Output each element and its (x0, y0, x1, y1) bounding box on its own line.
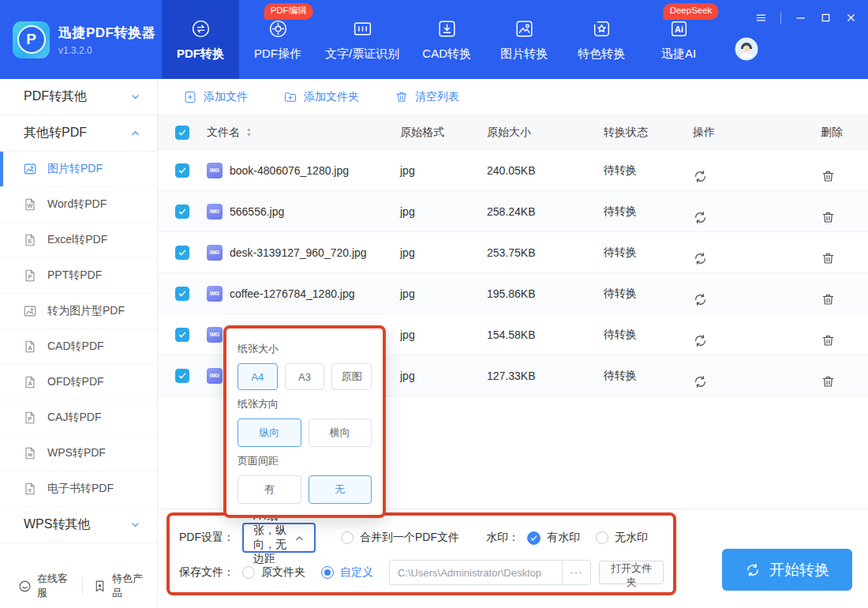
sidebar-item[interactable]: A OFD转PDF (0, 365, 157, 400)
sidebar-item[interactable]: 图片转PDF (0, 152, 157, 187)
main-content: 添加文件 添加文件夹 清空列表 文件名 原始格式 原始大小 转换状 (158, 79, 868, 608)
ocr-icon (352, 18, 373, 39)
output-path-box: C:\Users\Administrator\Desktop ··· (389, 560, 591, 585)
paper-orientation-option[interactable]: 纵向 (238, 418, 301, 447)
sidebar-section-wps-to-other[interactable]: WPS转其他 (0, 507, 157, 543)
check-icon (529, 534, 538, 542)
save-custom-option[interactable]: 自定义 (321, 565, 373, 580)
row-checkbox[interactable] (175, 369, 189, 383)
sidebar-item[interactable]: 转为图片型PDF (0, 294, 157, 329)
page-spacing-option[interactable]: 无 (309, 475, 372, 504)
trash-icon[interactable] (821, 210, 868, 225)
column-delete: 删除 (821, 126, 868, 140)
sidebar-item[interactable]: e 电子书转PDF (0, 471, 157, 507)
row-checkbox[interactable] (175, 246, 189, 260)
image-file-icon: IMG (207, 286, 223, 302)
refresh-icon[interactable] (693, 169, 821, 184)
nav-tab[interactable]: 特色转换 (563, 0, 640, 79)
refresh-icon[interactable] (693, 210, 821, 225)
doc-icon: E (23, 233, 37, 247)
page-spacing-option[interactable]: 有 (238, 475, 301, 504)
file-name: 566556.jpg (230, 205, 284, 218)
trash-icon[interactable] (821, 292, 868, 307)
toolbar-button[interactable]: 清空列表 (395, 90, 459, 104)
file-status: 待转换 (604, 328, 693, 342)
sidebar-item[interactable]: w WPS转PDF (0, 436, 157, 471)
row-checkbox[interactable] (175, 287, 189, 301)
save-original-option[interactable]: 原文件夹 (242, 565, 305, 580)
open-folder-button[interactable]: 打开文件夹 (599, 561, 664, 584)
maximize-icon[interactable] (820, 12, 832, 24)
sidebar-section-pdf-to-other[interactable]: PDF转其他 (0, 79, 157, 115)
paper-size-option[interactable]: 原图 (331, 363, 372, 390)
footer-link[interactable]: 在线客服 (8, 577, 82, 595)
sidebar-item[interactable]: E Excel转PDF (0, 223, 157, 258)
close-icon[interactable] (845, 12, 857, 24)
image-file-icon: IMG (207, 327, 223, 343)
row-checkbox[interactable] (175, 205, 189, 219)
column-format: 原始格式 (400, 126, 487, 140)
merge-radio[interactable] (341, 531, 354, 544)
sidebar-item[interactable]: P PPT转PDF (0, 258, 157, 294)
watermark-on-option[interactable]: 有水印 (527, 531, 580, 545)
browse-button[interactable]: ··· (562, 561, 590, 584)
paper-size-label: 纸张大小 (238, 342, 372, 356)
save-original-radio[interactable] (242, 566, 255, 579)
nav-tab[interactable]: PDF转换 (162, 0, 239, 79)
nav-tab[interactable]: 图片转换 (485, 0, 563, 79)
pdf-settings-dropdown[interactable]: A4纸张，纵向，无边距 (242, 523, 316, 553)
nav-tab[interactable]: Ai 迅捷AI DeepSeek (640, 0, 717, 79)
ai-icon: Ai (668, 18, 690, 39)
sidebar-item[interactable]: P CAJ转PDF (0, 400, 157, 436)
refresh-icon[interactable] (693, 251, 821, 266)
footer-link[interactable]: 特色产品 (82, 577, 157, 595)
sort-icon[interactable] (245, 127, 253, 137)
start-convert-button[interactable]: 开始转换 (722, 549, 852, 591)
minimize-icon[interactable] (795, 12, 806, 24)
nav-tab[interactable]: CAD转换 (408, 0, 485, 79)
merge-option[interactable]: 合并到一个PDF文件 (341, 531, 459, 545)
sidebar-section-other-to-pdf[interactable]: 其他转PDF (0, 115, 157, 152)
trash-icon[interactable] (821, 333, 868, 348)
nav-tab[interactable]: PDF操作 PDF编辑 (239, 0, 316, 79)
column-status: 转换状态 (604, 126, 693, 140)
app-logo-icon: P (13, 21, 50, 58)
select-all-checkbox[interactable] (175, 126, 189, 140)
clear-list-icon (395, 90, 409, 104)
trash-icon[interactable] (821, 374, 868, 389)
file-toolbar: 添加文件 添加文件夹 清空列表 (158, 79, 868, 114)
toolbar-button[interactable]: 添加文件夹 (283, 90, 359, 104)
save-custom-radio[interactable] (321, 566, 334, 579)
image-file-icon: IMG (207, 163, 223, 178)
paper-size-option[interactable]: A3 (285, 363, 325, 390)
refresh-icon[interactable] (693, 374, 821, 389)
watermark-on-check[interactable] (527, 531, 541, 545)
chevron-down-icon (130, 92, 140, 102)
check-icon (178, 248, 187, 257)
paper-orientation-option[interactable]: 横向 (309, 418, 372, 447)
nav-tab[interactable]: 文字/票证识别 (316, 0, 408, 79)
file-status: 待转换 (604, 205, 693, 219)
paper-size-option[interactable]: A4 (238, 363, 278, 390)
trash-icon[interactable] (821, 169, 868, 184)
column-action: 操作 (693, 126, 821, 140)
trash-icon[interactable] (821, 251, 868, 266)
sidebar-item[interactable]: A CAD转PDF (0, 329, 157, 365)
sidebar-item[interactable]: W Word转PDF (0, 187, 157, 223)
avatar[interactable] (735, 37, 758, 61)
doc-icon: P (23, 268, 37, 283)
toolbar-button[interactable]: 添加文件 (183, 90, 248, 104)
sidebar: PDF转其他 其他转PDF 图片转PDF W Word转PDF E Excel转… (0, 79, 158, 608)
output-path-input[interactable]: C:\Users\Administrator\Desktop (390, 567, 562, 579)
row-checkbox[interactable] (175, 328, 189, 342)
file-name: book-4806076_1280.jpg (230, 164, 349, 177)
watermark-off-option[interactable]: 无水印 (596, 531, 648, 545)
bottom-bar: PDF设置： A4纸张，纵向，无边距 合并到一个PDF文件 水印： (158, 509, 868, 608)
file-name: desk-3139127_960_720.jpg (230, 246, 367, 259)
row-checkbox[interactable] (175, 163, 189, 178)
refresh-icon[interactable] (693, 292, 821, 307)
menu-icon[interactable] (755, 12, 767, 24)
watermark-off-radio[interactable] (596, 531, 608, 544)
refresh-icon[interactable] (693, 333, 821, 348)
app-logo: P 迅捷PDF转换器 v1.3.2.0 (0, 0, 162, 79)
